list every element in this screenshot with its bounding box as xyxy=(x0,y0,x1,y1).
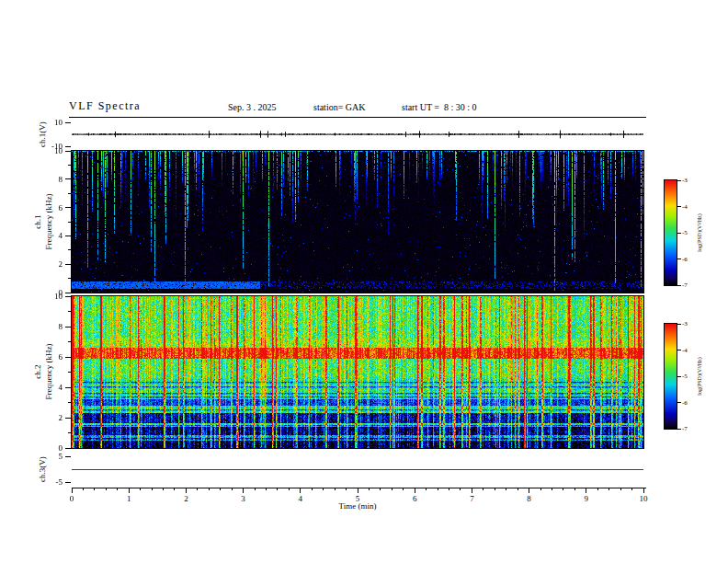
time-minor-tick xyxy=(631,488,632,490)
colorbar-tick-label: -3 xyxy=(682,320,697,327)
colorbar-tick xyxy=(677,376,681,377)
time-minor-tick xyxy=(94,488,95,490)
ch2-channel-axis-label: ch.2 xyxy=(33,364,42,378)
frequency-tick-label: 4 xyxy=(46,383,63,392)
colorbar-ch1-canvas xyxy=(665,180,677,285)
time-minor-tick xyxy=(220,488,221,490)
frequency-tick-label: 10 xyxy=(46,292,63,301)
frequency-minor-tick xyxy=(68,341,71,342)
voltage-tick-label: 10 xyxy=(46,118,63,127)
frequency-tick-label: 2 xyxy=(46,413,63,422)
colorbar-tick xyxy=(677,429,681,430)
time-minor-tick xyxy=(392,488,392,490)
colorbar-tick-label: -4 xyxy=(682,347,697,354)
time-minor-tick xyxy=(495,488,495,490)
time-minor-tick xyxy=(540,488,541,490)
time-minor-tick xyxy=(266,488,267,490)
colorbar-tick xyxy=(677,350,681,350)
frequency-tick-label: 8 xyxy=(46,322,63,331)
time-minor-tick xyxy=(323,488,324,490)
ch1-spectrogram-canvas xyxy=(72,151,643,293)
time-tick-label: 0 xyxy=(64,494,79,503)
time-tick-label: 3 xyxy=(236,494,251,503)
colorbar-tick-label: -6 xyxy=(682,256,697,263)
time-minor-tick xyxy=(289,488,290,490)
colorbar-ch1-label: log(PSD)(V²/Hz) xyxy=(697,213,702,251)
frequency-tick xyxy=(65,296,71,297)
frequency-minor-tick xyxy=(68,402,71,403)
frequency-minor-tick xyxy=(68,193,71,194)
ch1-waveform-canvas xyxy=(72,122,643,146)
time-axis-line xyxy=(72,488,646,488)
time-minor-tick xyxy=(483,488,483,490)
time-minor-tick xyxy=(209,488,210,490)
frequency-minor-tick xyxy=(68,278,71,279)
time-minor-tick xyxy=(152,488,153,490)
ch1-channel-axis-label: ch.1 xyxy=(33,214,42,228)
time-minor-tick xyxy=(449,488,449,490)
time-tick-label: 4 xyxy=(293,494,308,503)
figure-title: VLF Spectra xyxy=(69,99,141,113)
frequency-tick xyxy=(65,357,71,358)
time-minor-tick xyxy=(232,488,233,490)
voltage-tick xyxy=(65,482,71,483)
time-tick xyxy=(472,488,472,493)
colorbar-tick xyxy=(677,324,681,325)
frequency-minor-tick xyxy=(68,432,71,433)
frequency-tick xyxy=(65,418,71,419)
frequency-tick xyxy=(65,293,71,293)
time-tick-label: 9 xyxy=(579,494,594,503)
voltage-tick-label: -5 xyxy=(46,477,63,487)
frequency-tick-label: 6 xyxy=(46,203,63,213)
voltage-tick xyxy=(65,146,71,147)
time-minor-tick xyxy=(460,488,461,490)
frequency-minor-tick xyxy=(68,311,71,312)
time-tick-label: 8 xyxy=(522,494,537,503)
time-minor-tick xyxy=(563,488,563,490)
frequency-tick xyxy=(65,327,71,327)
time-minor-tick xyxy=(574,488,575,490)
time-minor-tick xyxy=(163,488,164,490)
time-minor-tick xyxy=(620,488,621,490)
time-minor-tick xyxy=(255,488,256,490)
colorbar-tick-label: -6 xyxy=(682,399,697,407)
colorbar-ch2-canvas xyxy=(665,324,677,429)
time-tick xyxy=(586,488,586,493)
time-minor-tick xyxy=(335,488,336,490)
frequency-tick xyxy=(65,236,71,236)
time-tick xyxy=(358,488,358,493)
time-minor-tick xyxy=(174,488,175,490)
frequency-tick xyxy=(65,151,71,152)
time-tick xyxy=(529,488,529,493)
frequency-minor-tick xyxy=(68,249,71,250)
time-minor-tick xyxy=(609,488,609,490)
colorbar-tick-label: -5 xyxy=(682,229,697,236)
colorbar-tick xyxy=(677,180,681,181)
colorbar-tick-label: -5 xyxy=(682,373,697,380)
voltage-tick-label: -10 xyxy=(46,142,63,151)
time-minor-tick xyxy=(117,488,118,490)
frequency-minor-tick xyxy=(68,372,71,373)
frequency-tick-label: 8 xyxy=(46,175,63,184)
time-tick-label: 10 xyxy=(636,494,651,503)
time-tick xyxy=(243,488,244,493)
frequency-minor-tick xyxy=(68,222,71,223)
frequency-minor-tick xyxy=(68,165,71,166)
ch3-waveform-canvas xyxy=(72,456,643,482)
frequency-tick xyxy=(65,264,71,265)
voltage-tick-label: 5 xyxy=(46,452,63,461)
frequency-tick xyxy=(65,178,71,179)
time-minor-tick xyxy=(426,488,427,490)
time-tick xyxy=(300,488,301,493)
frequency-tick-label: 4 xyxy=(46,231,63,240)
colorbar-tick xyxy=(677,206,681,207)
colorbar-tick xyxy=(677,285,681,286)
date-label: Sep. 3 . 2025 xyxy=(228,102,277,112)
time-tick-label: 7 xyxy=(464,494,479,503)
frequency-tick xyxy=(65,387,71,388)
time-minor-tick xyxy=(506,488,506,490)
ch2-spectrogram-canvas xyxy=(72,296,643,448)
time-tick xyxy=(72,488,73,493)
time-minor-tick xyxy=(380,488,381,490)
time-tick xyxy=(415,488,415,493)
